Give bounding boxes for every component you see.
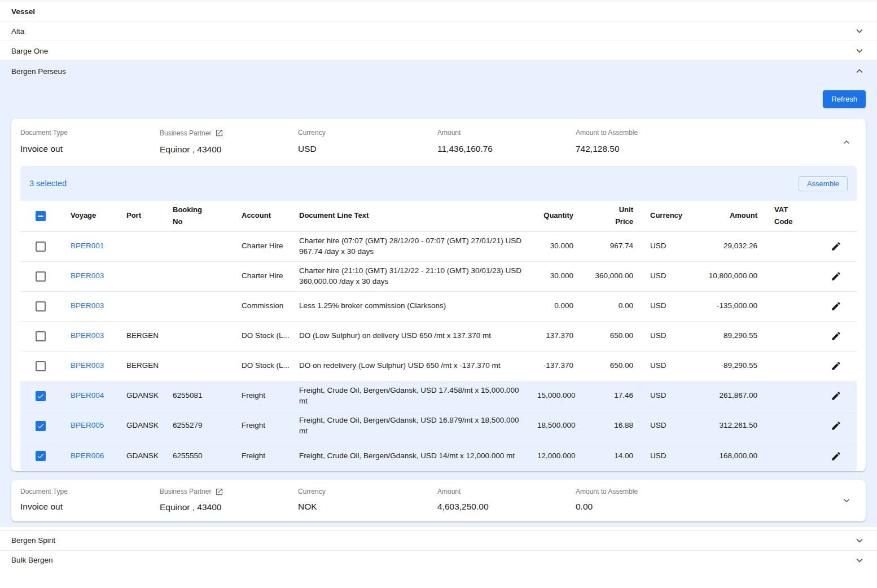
table-row[interactable]: BPER004 GDANSK 6255081 Freight Freight, … xyxy=(20,381,857,411)
header-booking-no: Booking No xyxy=(173,204,207,228)
edit-icon[interactable] xyxy=(828,418,844,433)
field-label: Amount to Assemble xyxy=(576,488,834,495)
indeterminate-mark xyxy=(38,216,43,217)
table-row[interactable]: BPER003 BERGEN DO Stock (L... DO on rede… xyxy=(20,352,857,381)
vessel-name: Bulk Bergen xyxy=(11,556,53,564)
header-currency: Currency xyxy=(640,207,696,225)
row-checkbox[interactable] xyxy=(36,421,46,431)
field-label: Amount xyxy=(437,129,576,137)
edit-icon[interactable] xyxy=(828,388,844,403)
table-row[interactable]: BPER003 Charter Hire Charter hire (21:10… xyxy=(20,262,857,292)
voyage-link[interactable]: BPER005 xyxy=(71,421,104,429)
amount-to-assemble-value: 742,128.50 xyxy=(576,144,834,154)
port-cell xyxy=(122,303,168,310)
amount-cell: -135,000.00 xyxy=(696,297,764,314)
select-all-checkbox[interactable] xyxy=(36,211,46,221)
voyage-link[interactable]: BPER003 xyxy=(71,271,104,280)
row-checkbox[interactable] xyxy=(36,242,46,252)
edit-icon[interactable] xyxy=(828,299,844,314)
vessel-row-alta[interactable]: Alta xyxy=(0,21,877,41)
vessel-list-header: Vessel xyxy=(0,2,877,21)
header-unit-price: Unit Price xyxy=(608,204,633,228)
table-row[interactable]: BPER003 Commission Less 1.25% broker com… xyxy=(20,292,857,322)
document-line-text-cell: Freight, Crude Oil, Bergen/Gdansk, USD 1… xyxy=(296,412,533,439)
vessel-row-bulk-bergen[interactable]: Bulk Bergen xyxy=(0,550,877,570)
document-line-text-cell: DO (Low Sulphur) on delivery USD 650 /mt… xyxy=(296,327,533,344)
booking-no-cell: 6255279 xyxy=(168,417,237,434)
account-cell: Charter Hire xyxy=(237,267,296,284)
account-cell: Freight xyxy=(237,417,296,434)
voyage-link[interactable]: BPER003 xyxy=(71,331,104,340)
account-cell: Freight xyxy=(237,447,296,464)
row-checkbox[interactable] xyxy=(36,271,46,282)
vessel-name: Alta xyxy=(11,27,24,36)
currency-cell: USD xyxy=(640,238,696,254)
field-currency: Currency NOK xyxy=(298,488,437,512)
edit-icon[interactable] xyxy=(828,269,844,284)
quantity-cell: 30.000 xyxy=(533,267,580,284)
table-row[interactable]: BPER006 GDANSK 6255550 Freight Freight, … xyxy=(20,441,857,471)
vessel-row-bergen-spirit[interactable]: Bergen Spirit xyxy=(0,530,877,550)
voyage-link[interactable]: BPER006 xyxy=(71,451,104,460)
header-document-line-text: Document Line Text xyxy=(296,207,533,225)
port-cell: BERGEN xyxy=(122,357,168,374)
refresh-button[interactable]: Refresh xyxy=(823,90,866,108)
open-in-new-icon[interactable] xyxy=(215,488,223,496)
field-label: Currency xyxy=(298,129,437,137)
vessel-name: Bergen Perseus xyxy=(11,67,66,76)
table-row[interactable]: BPER005 GDANSK 6255279 Freight Freight, … xyxy=(20,411,857,441)
edit-icon[interactable] xyxy=(828,328,844,344)
field-currency: Currency USD xyxy=(298,129,437,155)
amount-value: 11,436,160.76 xyxy=(437,144,576,154)
chevron-down-icon xyxy=(853,25,866,37)
field-label: Amount xyxy=(437,488,576,495)
chevron-up-icon xyxy=(853,65,866,77)
row-checkbox[interactable] xyxy=(36,451,46,461)
voyage-link[interactable]: BPER001 xyxy=(71,242,104,250)
header-voyage: Voyage xyxy=(61,207,122,225)
document-line-text-cell: DO on redelivery (Low Sulphur) USD 650 /… xyxy=(296,357,533,374)
vat-code-cell xyxy=(764,273,815,280)
vessel-name: Barge One xyxy=(11,47,48,55)
field-label: Currency xyxy=(298,488,437,495)
selected-count: 3 selected xyxy=(29,179,67,188)
assemble-button[interactable]: Assemble xyxy=(799,176,848,191)
selection-area: 3 selected Assemble Voyage Port Booking … xyxy=(20,166,857,471)
edit-icon[interactable] xyxy=(828,449,844,464)
currency-value: NOK xyxy=(298,502,437,512)
chevron-down-icon xyxy=(853,45,866,57)
vat-code-cell xyxy=(764,453,815,459)
booking-no-cell: 6255550 xyxy=(168,447,237,464)
edit-icon[interactable] xyxy=(828,239,844,254)
table-row[interactable]: BPER001 Charter Hire Charter hire (07:07… xyxy=(20,232,857,262)
row-checkbox[interactable] xyxy=(36,331,46,341)
quantity-cell: 18,500.000 xyxy=(533,417,580,434)
business-partner-value: Equinor , 43400 xyxy=(160,144,298,155)
field-label: Business Partner xyxy=(160,488,211,495)
row-checkbox[interactable] xyxy=(36,301,46,311)
field-business-partner: Business Partner Equinor , 43400 xyxy=(160,488,298,512)
chevron-up-icon[interactable] xyxy=(841,137,852,148)
voyage-link[interactable]: BPER004 xyxy=(71,391,104,400)
document-card-header: Document Type Invoice out Business Partn… xyxy=(11,119,866,166)
currency-cell: USD xyxy=(640,297,696,314)
unit-price-cell: 967.74 xyxy=(580,238,640,254)
chevron-down-icon[interactable] xyxy=(841,495,852,506)
vessel-row-bergen-perseus[interactable]: Bergen Perseus xyxy=(0,61,877,81)
table-row[interactable]: BPER003 BERGEN DO Stock (L... DO (Low Su… xyxy=(20,322,857,352)
booking-no-cell xyxy=(168,243,237,250)
document-line-text-cell: Charter hire (07:07 (GMT) 28/12/20 - 07:… xyxy=(296,232,533,260)
header-account: Account xyxy=(237,207,296,225)
voyage-link[interactable]: BPER003 xyxy=(71,361,104,370)
row-checkbox[interactable] xyxy=(36,391,46,401)
row-checkbox[interactable] xyxy=(36,361,46,371)
amount-to-assemble-value: 0.00 xyxy=(576,502,834,512)
vessel-row-barge-one[interactable]: Barge One xyxy=(0,41,877,61)
voyage-link[interactable]: BPER003 xyxy=(71,301,104,310)
edit-icon[interactable] xyxy=(828,358,844,374)
quantity-cell: -137.370 xyxy=(533,357,580,374)
open-in-new-icon[interactable] xyxy=(215,129,223,137)
vat-code-cell xyxy=(764,423,815,429)
panel-toolbar: Refresh xyxy=(0,81,877,108)
unit-price-cell: 650.00 xyxy=(580,357,640,374)
